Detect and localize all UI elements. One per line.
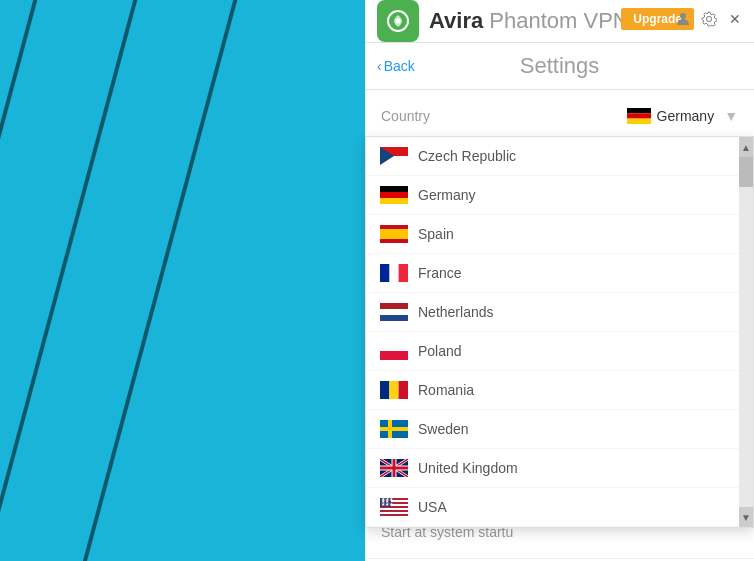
- uk-flag-icon: [380, 459, 408, 477]
- svg-rect-21: [380, 351, 408, 360]
- svg-point-2: [680, 13, 686, 19]
- germany-flag-icon: [627, 108, 651, 124]
- scrollbar-thumb[interactable]: [739, 157, 753, 187]
- scrollbar-up-button[interactable]: ▲: [739, 137, 753, 157]
- dropdown-item-ro[interactable]: Romania: [366, 371, 739, 410]
- svg-rect-22: [380, 381, 389, 399]
- cz-flag-icon: [380, 147, 408, 165]
- dropdown-item-uk[interactable]: United Kingdom: [366, 449, 739, 488]
- svg-rect-27: [388, 420, 392, 438]
- svg-rect-26: [380, 427, 408, 431]
- se-flag-icon: [380, 420, 408, 438]
- dropdown-item-de[interactable]: Germany: [366, 176, 739, 215]
- page-title: Settings: [520, 53, 600, 79]
- svg-rect-24: [399, 381, 408, 399]
- bg-decoration: [0, 0, 64, 561]
- svg-rect-38: [380, 514, 408, 516]
- svg-rect-4: [627, 113, 651, 118]
- svg-rect-23: [389, 381, 398, 399]
- close-icon[interactable]: ✕: [724, 8, 746, 30]
- settings-content: Country Germany ▼: [365, 90, 754, 561]
- dropdown-scrollbar[interactable]: ▲ ▼: [739, 137, 753, 527]
- country-row: Country Germany ▼: [365, 90, 754, 143]
- scrollbar-down-button[interactable]: ▼: [739, 507, 753, 527]
- gear-icon[interactable]: [698, 8, 720, 30]
- svg-rect-5: [627, 119, 651, 124]
- svg-rect-3: [627, 108, 651, 113]
- scrollbar-track: [739, 157, 753, 507]
- svg-rect-36: [380, 510, 408, 512]
- chevron-down-icon: ▼: [724, 108, 738, 124]
- dropdown-item-pl[interactable]: Poland: [366, 332, 739, 371]
- de-flag-icon: [380, 186, 408, 204]
- svg-rect-19: [380, 315, 408, 321]
- dropdown-item-us[interactable]: ★★★ ★★ ★★★ USA: [366, 488, 739, 527]
- app-background: [0, 0, 370, 561]
- ro-flag-icon: [380, 381, 408, 399]
- dropdown-item-es[interactable]: Spain: [366, 215, 739, 254]
- page-header: ‹ Back Settings: [365, 43, 754, 90]
- country-selector[interactable]: Germany ▼: [627, 108, 738, 124]
- us-flag-icon: ★★★ ★★ ★★★: [380, 498, 408, 516]
- dropdown-item-nl[interactable]: Netherlands: [366, 293, 739, 332]
- svg-rect-10: [380, 192, 408, 198]
- app-logo: [377, 0, 419, 42]
- dropdown-item-cz[interactable]: Czech Republic: [366, 137, 739, 176]
- fr-flag-icon: [380, 264, 408, 282]
- bg-decoration: [53, 0, 264, 561]
- svg-rect-17: [380, 303, 408, 309]
- dropdown-item-se[interactable]: Sweden: [366, 410, 739, 449]
- svg-rect-35: [380, 508, 408, 510]
- svg-rect-11: [380, 198, 408, 204]
- app-title: Avira Phantom VPN: [429, 8, 629, 34]
- svg-point-1: [396, 19, 401, 24]
- bg-decoration: [0, 0, 164, 561]
- svg-rect-37: [380, 512, 408, 514]
- nl-flag-icon: [380, 303, 408, 321]
- app-panel: Avira Phantom VPN Upgrade ✕ ‹ Ba: [365, 0, 754, 561]
- user-icon[interactable]: [672, 8, 694, 30]
- back-button[interactable]: ‹ Back: [377, 58, 415, 74]
- dropdown-item-fr[interactable]: France: [366, 254, 739, 293]
- svg-rect-9: [380, 186, 408, 192]
- svg-rect-16: [380, 264, 389, 282]
- svg-rect-20: [380, 342, 408, 351]
- svg-rect-18: [380, 309, 408, 315]
- back-chevron-icon: ‹: [377, 58, 382, 74]
- dropdown-list: Czech Republic Germany: [366, 137, 753, 527]
- title-bar-actions: ✕: [672, 8, 746, 30]
- title-bar: Avira Phantom VPN Upgrade ✕: [365, 0, 754, 43]
- country-label: Country: [381, 108, 430, 124]
- vpn-logo-icon: [386, 9, 410, 33]
- es-flag-icon: [380, 225, 408, 243]
- svg-text:★★★: ★★★: [381, 498, 394, 502]
- country-dropdown[interactable]: Czech Republic Germany: [365, 136, 754, 528]
- pl-flag-icon: [380, 342, 408, 360]
- svg-rect-13: [380, 229, 408, 239]
